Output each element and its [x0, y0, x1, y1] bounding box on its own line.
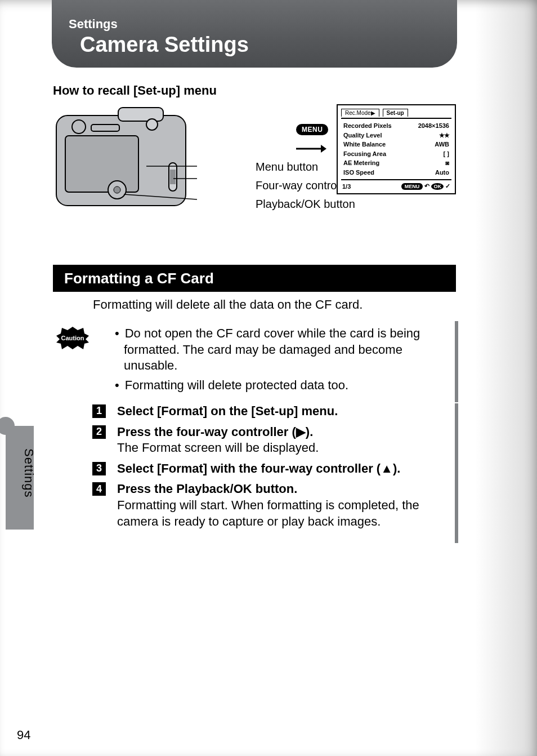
- section-bar-formatting: Formatting a CF Card: [53, 265, 456, 292]
- page-number: 94: [17, 728, 30, 742]
- steps-list: 1 Select [Format] on the [Set-up] menu. …: [92, 403, 458, 543]
- step-number-icon: 3: [92, 462, 106, 475]
- lcd-tabs: Rec.Mode▶ Set-up: [338, 105, 455, 119]
- step-3: 3 Select [Format] with the four-way cont…: [92, 461, 444, 477]
- header-supertitle: Settings: [69, 17, 440, 32]
- side-thumb-tab: Settings: [0, 417, 45, 530]
- arrow-icon: [296, 144, 326, 156]
- lcd-foot-undo-icon: ↶: [424, 183, 429, 189]
- step-4: 4 Press the Playback/OK button. Formatti…: [92, 481, 444, 530]
- step-body: Formatting will start. When formatting i…: [117, 498, 419, 528]
- svg-point-7: [146, 119, 158, 130]
- camera-diagram: Menu button Four-way controller Playback…: [51, 104, 456, 223]
- menu-icon: MENU: [296, 124, 328, 135]
- svg-rect-5: [170, 170, 176, 184]
- step-number-icon: 1: [92, 404, 106, 418]
- menu-pill-icon: MENU: [296, 124, 328, 135]
- step-title: Select [Format] on the [Set-up] menu.: [117, 404, 338, 418]
- svg-point-3: [114, 186, 120, 193]
- step-body: The Format screen will be displayed.: [117, 441, 319, 455]
- caution-item-1: Do not open the CF card cover while the …: [115, 326, 446, 374]
- thumb-tab-label: Settings: [21, 448, 36, 498]
- caution-block: Caution Do not open the CF card cover wh…: [56, 321, 458, 402]
- step-2: 2 Press the four-way controller (▶). The…: [92, 424, 444, 456]
- step-number-icon: 4: [92, 482, 106, 496]
- step-1: 1 Select [Format] on the [Set-up] menu.: [92, 403, 444, 420]
- page-header: Settings Camera Settings: [52, 0, 457, 68]
- caution-label: Caution: [61, 335, 84, 341]
- section-heading-recall: How to recall [Set-up] menu: [53, 83, 217, 98]
- section-intro: Formatting will delete all the data on t…: [93, 297, 453, 312]
- manual-page: Settings Camera Settings How to recall […: [0, 0, 537, 756]
- step-title: Select [Format] with the four-way contro…: [117, 461, 400, 475]
- camera-illustration: [51, 104, 197, 217]
- lcd-tab-recmode: Rec.Mode▶: [341, 109, 379, 117]
- svg-rect-1: [65, 136, 138, 192]
- svg-rect-6: [118, 108, 163, 121]
- lcd-body: Recorded Pixels2048×1536 Quality Level★★…: [338, 119, 455, 177]
- svg-marker-14: [321, 145, 326, 153]
- caution-list: Do not open the CF card cover while the …: [115, 326, 446, 393]
- lcd-screen: Rec.Mode▶ Set-up Recorded Pixels2048×153…: [337, 104, 456, 194]
- header-title: Camera Settings: [80, 32, 440, 59]
- lcd-row-recorded-pixels: Recorded Pixels2048×1536: [343, 121, 449, 131]
- lcd-page-indicator: 1/3: [342, 183, 351, 190]
- callout-playback-ok: Playback/OK button: [256, 198, 355, 211]
- step-title: Press the Playback/OK button.: [117, 482, 297, 496]
- lcd-foot-menu-icon: MENU: [401, 183, 423, 190]
- lcd-tab-setup: Set-up: [383, 109, 408, 117]
- caution-icon: Caution: [56, 327, 89, 349]
- lcd-row-ae: AE Metering◙: [343, 158, 449, 168]
- lcd-row-focus: Focusing Area[ ]: [343, 149, 449, 159]
- lcd-row-quality: Quality Level★★: [343, 131, 449, 140]
- caution-item-2: Formatting will delete protected data to…: [115, 377, 446, 394]
- lcd-footer: 1/3 MENU ↶ OK ✓: [341, 179, 451, 192]
- lcd-row-iso: ISO SpeedAuto: [343, 168, 449, 177]
- step-title: Press the four-way controller (▶).: [117, 425, 313, 439]
- lcd-row-wb: White BalanceAWB: [343, 140, 449, 149]
- lcd-foot-ok-icon: OK: [431, 183, 444, 190]
- lcd-foot-check-icon: ✓: [445, 183, 450, 189]
- step-number-icon: 2: [92, 425, 106, 439]
